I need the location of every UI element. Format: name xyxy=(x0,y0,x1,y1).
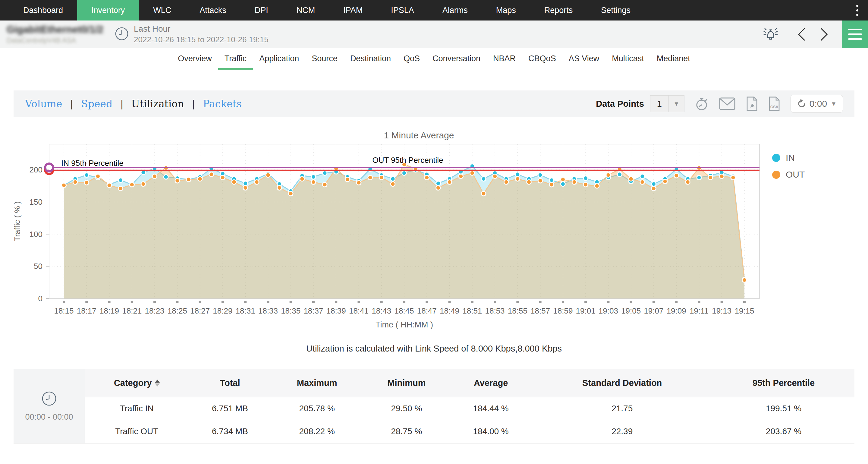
auto-refresh-control[interactable]: 0:00 ▼ xyxy=(790,95,843,113)
nav-item-attacks[interactable]: Attacks xyxy=(185,0,241,21)
series-marker-out xyxy=(493,174,497,179)
x-tick xyxy=(743,301,746,303)
series-marker-out xyxy=(96,174,100,179)
interface-info: GigabitEthernet0/1/2 DataCentrelpV4B ASA xyxy=(7,24,106,44)
x-tick-label: 18:41 xyxy=(349,306,369,315)
tab-medianet[interactable]: Medianet xyxy=(650,48,696,70)
tab-traffic[interactable]: Traffic xyxy=(218,48,253,70)
nav-item-alarms[interactable]: Alarms xyxy=(428,0,482,21)
data-points-select[interactable]: 1 ▼ xyxy=(650,95,684,112)
nav-item-ncm[interactable]: NCM xyxy=(282,0,330,21)
series-marker-out xyxy=(186,177,191,182)
series-marker-out xyxy=(731,175,735,180)
nav-item-wlc[interactable]: WLC xyxy=(139,0,185,21)
series-marker-out xyxy=(311,180,315,184)
tab-multicast[interactable]: Multicast xyxy=(606,48,650,70)
series-marker-in xyxy=(538,173,542,177)
cell-maximum: 205.78 % xyxy=(271,397,363,420)
x-tick xyxy=(494,301,496,303)
cell-total: 6.734 MB xyxy=(189,420,271,443)
nav-item-dashboard[interactable]: Dashboard xyxy=(9,0,77,21)
time-period[interactable]: Last Hour 2022-10-26 18:15 to 2022-10-26… xyxy=(134,24,269,44)
view-link-speed[interactable]: Speed xyxy=(81,98,113,110)
legend-item-in[interactable]: IN xyxy=(772,153,805,163)
series-marker-in xyxy=(436,181,440,186)
nav-item-ipam[interactable]: IPAM xyxy=(329,0,377,21)
y-tick-label: 50 xyxy=(34,262,42,271)
series-marker-in xyxy=(322,171,327,176)
series-marker-out xyxy=(742,278,747,282)
chart-plot: IN 95th PercentileOUT 95th Percentile050… xyxy=(0,141,868,334)
x-tick-label: 19:11 xyxy=(689,306,709,315)
tab-conversation[interactable]: Conversation xyxy=(426,48,487,70)
y-tick-label: 0 xyxy=(38,294,42,303)
nav-item-maps[interactable]: Maps xyxy=(482,0,530,21)
x-tick xyxy=(153,301,156,303)
legend-dot-out xyxy=(772,171,780,179)
x-tick-label: 19:01 xyxy=(576,306,595,315)
x-tick xyxy=(516,301,519,303)
tab-application[interactable]: Application xyxy=(253,48,305,70)
x-tick xyxy=(63,301,65,303)
nav-item-ipsla[interactable]: IPSLA xyxy=(377,0,428,21)
cell-95th-percentile: 203.67 % xyxy=(713,420,855,443)
chevron-right-icon[interactable] xyxy=(820,27,828,41)
series-marker-out xyxy=(379,175,384,180)
view-separator: | xyxy=(192,98,195,110)
sort-up-arrow xyxy=(155,379,160,382)
series-marker-out xyxy=(220,175,225,180)
series-marker-out xyxy=(527,180,531,184)
series-marker-out xyxy=(481,191,486,196)
series-marker-out xyxy=(606,173,611,177)
x-tick xyxy=(539,301,541,303)
x-tick-label: 19:07 xyxy=(644,306,663,315)
view-link-packets[interactable]: Packets xyxy=(203,98,242,110)
tab-nbar[interactable]: NBAR xyxy=(487,48,522,70)
nav-item-settings[interactable]: Settings xyxy=(587,0,645,21)
chevron-left-icon[interactable] xyxy=(798,27,806,41)
cell-average: 184.44 % xyxy=(450,397,531,420)
nav-item-reports[interactable]: Reports xyxy=(530,0,587,21)
tab-source[interactable]: Source xyxy=(305,48,344,70)
schedule-timer-icon[interactable] xyxy=(695,96,709,111)
csv-export-icon[interactable]: CSV xyxy=(768,96,780,111)
tab-cbqos[interactable]: CBQoS xyxy=(522,48,562,70)
view-link-volume[interactable]: Volume xyxy=(25,98,62,110)
x-tick-label: 18:35 xyxy=(281,306,301,315)
overflow-menu-icon[interactable] xyxy=(846,0,868,21)
x-tick-label: 19:15 xyxy=(735,306,754,315)
tab-destination[interactable]: Destination xyxy=(344,48,397,70)
tab-overview[interactable]: Overview xyxy=(172,48,218,70)
series-marker-out xyxy=(516,177,520,181)
series-marker-out xyxy=(572,180,577,184)
x-tick xyxy=(630,301,632,303)
legend-item-out[interactable]: OUT xyxy=(772,169,805,180)
x-tick-label: 18:19 xyxy=(99,306,119,315)
nav-item-inventory[interactable]: Inventory xyxy=(77,0,139,21)
data-points-value: 1 xyxy=(650,96,669,112)
chart-toolbar: Volume|Speed|Utilization|Packets Data Po… xyxy=(13,90,855,117)
pdf-export-icon[interactable] xyxy=(746,96,758,111)
tab-qos[interactable]: QoS xyxy=(397,48,426,70)
cell-standard-deviation: 21.75 xyxy=(531,397,713,420)
x-tick xyxy=(221,301,224,303)
column-header-inner: Standard Deviation xyxy=(582,378,662,388)
series-marker-out xyxy=(436,186,440,190)
view-link-utilization[interactable]: Utilization xyxy=(131,98,184,110)
legend-dot-in xyxy=(772,154,780,162)
chart-legend: INOUT xyxy=(772,153,805,186)
x-tick xyxy=(471,301,473,303)
hamburger-menu-icon[interactable] xyxy=(842,21,868,48)
series-marker-in xyxy=(584,176,588,181)
series-marker-out xyxy=(674,173,679,178)
column-header-category[interactable]: Category xyxy=(85,369,189,397)
email-icon[interactable] xyxy=(719,97,736,110)
nav-item-dpi[interactable]: DPI xyxy=(241,0,282,21)
x-tick-label: 18:21 xyxy=(122,306,142,315)
x-tick-label: 19:05 xyxy=(621,306,641,315)
stats-section: 00:00 - 00:00 CategoryTotalMaximumMinimu… xyxy=(13,369,855,443)
x-tick xyxy=(199,301,201,303)
alarm-bell-icon[interactable] xyxy=(762,26,779,42)
tab-as-view[interactable]: AS View xyxy=(562,48,606,70)
series-marker-in xyxy=(561,182,565,186)
